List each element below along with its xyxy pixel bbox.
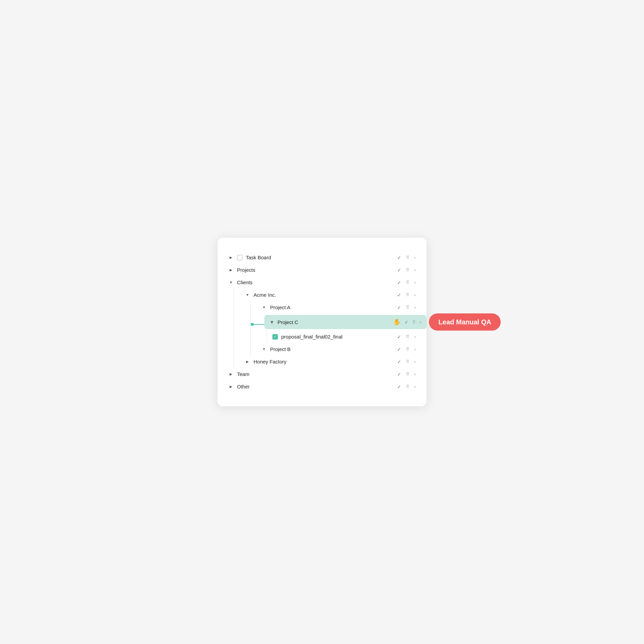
- check-icon-honeyfactory: ✓: [397, 359, 401, 364]
- row-acme[interactable]: ▼ Acme Inc. ✓ ⠿ ›: [234, 289, 427, 301]
- label-acme: Acme Inc.: [254, 292, 276, 298]
- projecta-subtree: ▼ Project C ✋ ✓ ⠿ › Lead Manual QA: [267, 315, 427, 343]
- expander-other[interactable]: ▶: [228, 384, 234, 389]
- label-other: Other: [237, 384, 250, 389]
- chevron-icon-acme[interactable]: ›: [414, 292, 416, 297]
- chevron-icon-proposal[interactable]: ›: [414, 334, 416, 339]
- label-projectc: Project C: [277, 319, 390, 325]
- chevron-icon-taskboard[interactable]: ›: [414, 255, 416, 260]
- checkbox-proposal[interactable]: ✓: [272, 334, 278, 340]
- check-icon-projectb: ✓: [397, 347, 401, 352]
- check-icon-team: ✓: [397, 372, 401, 377]
- label-projectb: Project B: [270, 346, 291, 352]
- grid-icon-honeyfactory[interactable]: ⠿: [406, 359, 410, 364]
- row-proposal[interactable]: ✓ proposal_final_final02_final ✓ ⠿ ›: [267, 330, 427, 343]
- expander-projectc[interactable]: ▼: [270, 320, 274, 325]
- label-proposal: proposal_final_final02_final: [281, 334, 343, 340]
- chevron-icon-honeyfactory[interactable]: ›: [414, 359, 416, 364]
- label-honeyfactory: Honey Factory: [254, 359, 287, 364]
- label-projects: Projects: [237, 267, 255, 273]
- check-icon-proposal: ✓: [397, 334, 401, 340]
- connector-dot-left: [251, 323, 254, 326]
- grid-icon-other[interactable]: ⠿: [406, 384, 410, 389]
- grid-icon-taskboard[interactable]: ⠿: [406, 255, 410, 260]
- row-team[interactable]: ▶ Team ✓ ⠿ ›: [217, 368, 427, 380]
- row-clients[interactable]: ▼ Clients ✓ ⠿ ›: [217, 276, 427, 289]
- drag-row-projectc[interactable]: ▼ Project C ✋ ✓ ⠿ › Lead Manual QA: [264, 315, 427, 329]
- check-icon-acme: ✓: [397, 292, 401, 298]
- lead-manual-qa-badge: Lead Manual QA: [429, 314, 501, 331]
- check-icon-taskboard: ✓: [397, 255, 401, 260]
- row-projectb[interactable]: ▼ Project B ✓ ⠿ ›: [251, 343, 427, 355]
- chevron-icon-team[interactable]: ›: [414, 372, 416, 377]
- acme-subtree: ▼ Project A ✓ ⠿ › ▼: [250, 301, 427, 355]
- expander-clients[interactable]: ▼: [228, 280, 234, 285]
- row-other[interactable]: ▶ Other ✓ ⠿ ›: [217, 380, 427, 393]
- row-honeyfactory[interactable]: ▶ Honey Factory ✓ ⠿ ›: [234, 355, 427, 368]
- row-taskboard[interactable]: ▶ Task Board ✓ ⠿ ›: [217, 251, 427, 264]
- expander-projecta[interactable]: ▼: [261, 305, 267, 310]
- chevron-icon-projects[interactable]: ›: [414, 267, 416, 272]
- grid-icon-projects[interactable]: ⠿: [406, 267, 410, 272]
- drag-row-icons: ✋ ✓ ⠿ ›: [393, 318, 421, 326]
- chevron-icon-other[interactable]: ›: [414, 384, 416, 389]
- label-clients: Clients: [237, 280, 253, 285]
- expander-honeyfactory[interactable]: ▶: [245, 359, 250, 364]
- check-icon-projecta: ✓: [397, 305, 401, 310]
- main-card: ▶ Task Board ✓ ⠿ › ▶ Projects ✓ ⠿ › ▼ Cl…: [217, 238, 427, 406]
- chevron-icon-projecta[interactable]: ›: [414, 305, 416, 310]
- expander-acme[interactable]: ▼: [245, 292, 250, 298]
- check-icon-other: ✓: [397, 384, 401, 389]
- grid-icon-team[interactable]: ⠿: [406, 372, 410, 377]
- row-projecta[interactable]: ▼ Project A ✓ ⠿ ›: [251, 301, 427, 314]
- row-projects[interactable]: ▶ Projects ✓ ⠿ ›: [217, 264, 427, 276]
- grid-icon-proposal[interactable]: ⠿: [406, 334, 410, 339]
- grab-cursor-icon: ✋: [393, 318, 401, 326]
- check-icon-projectc: ✓: [405, 320, 408, 325]
- chevron-icon-projectc[interactable]: ›: [420, 320, 421, 325]
- chevron-icon-projectb[interactable]: ›: [414, 347, 416, 352]
- clients-subtree: ▼ Acme Inc. ✓ ⠿ › ▼ Project A ✓ ⠿ ›: [234, 289, 427, 368]
- label-team: Team: [237, 371, 250, 377]
- grid-icon-clients[interactable]: ⠿: [406, 280, 410, 285]
- chevron-icon-clients[interactable]: ›: [414, 280, 416, 285]
- expander-taskboard[interactable]: ▶: [228, 255, 234, 260]
- grid-icon-projectc[interactable]: ⠿: [412, 320, 416, 325]
- drag-row-container: ▼ Project C ✋ ✓ ⠿ › Lead Manual QA: [267, 315, 427, 329]
- grid-icon-projectb[interactable]: ⠿: [406, 347, 410, 352]
- check-icon-clients: ✓: [397, 280, 401, 285]
- expander-team[interactable]: ▶: [228, 372, 234, 377]
- check-icon-projects: ✓: [397, 267, 401, 273]
- checkbox-taskboard[interactable]: [237, 255, 242, 260]
- grid-icon-acme[interactable]: ⠿: [406, 292, 410, 297]
- expander-projects[interactable]: ▶: [228, 267, 234, 273]
- label-taskboard: Task Board: [246, 255, 271, 260]
- label-projecta: Project A: [270, 304, 290, 310]
- expander-projectb[interactable]: ▼: [261, 347, 267, 352]
- grid-icon-projecta[interactable]: ⠿: [406, 305, 410, 310]
